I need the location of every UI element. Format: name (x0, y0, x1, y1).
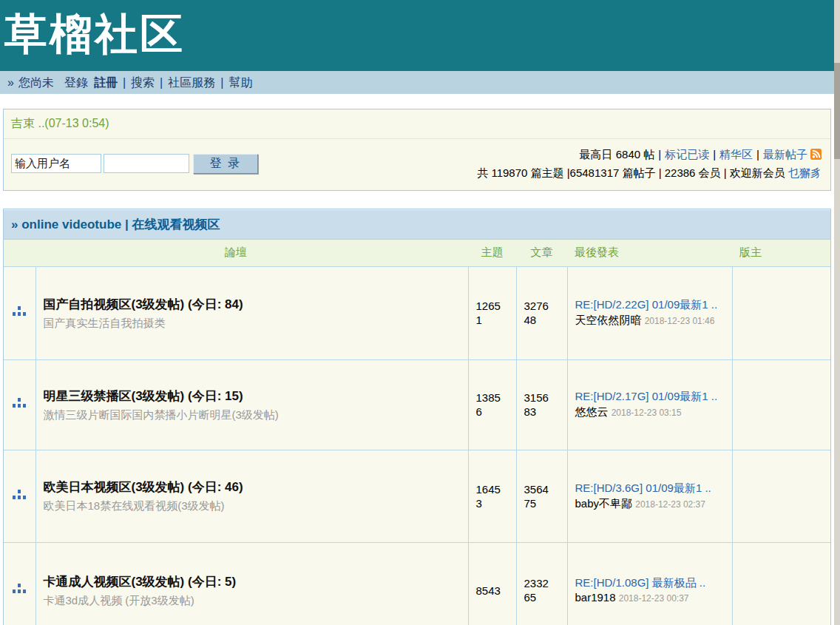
mark-read-link[interactable]: 标记已读 (665, 148, 709, 161)
last-post-cell: RE:[HD/1.08G] 最新极品 .. bar1918 2018-12-23… (567, 542, 732, 625)
greeting-text: 吉束 ..(07-13 0:54) (4, 109, 830, 139)
new-member-link[interactable]: 乜獬豸 (788, 166, 822, 179)
forum-title-link[interactable]: 国产自拍视频区(3级发帖) (今日: 84) (44, 296, 461, 313)
login-button[interactable]: 登 录 (193, 154, 258, 174)
last-post-meta: baby不卑鄙 2018-12-23 02:37 (575, 496, 725, 512)
stats-line2: 共 119870 篇主题 |65481317 篇帖子 | 22386 会员 | … (477, 164, 822, 181)
nav-status-text: 您尚未 (18, 76, 54, 89)
scrollbar-thumb[interactable] (834, 63, 840, 159)
stats-separator: | (713, 148, 716, 161)
column-header-topics: 主題 (468, 240, 516, 266)
nav-login-link[interactable]: 登錄 (64, 76, 88, 89)
stats-separator: | (756, 148, 759, 161)
posts-count-cell: 356475 (516, 450, 567, 542)
last-post-time: 2018-12-23 00:37 (619, 593, 689, 604)
scrollbar-track[interactable] (834, 0, 840, 625)
password-input[interactable] (104, 154, 189, 173)
topics-count: 13856 (476, 391, 504, 419)
topics-count-cell: 12651 (468, 266, 516, 359)
nav-register-link[interactable]: 註冊 (94, 76, 118, 89)
nav-help-link[interactable]: 幫助 (228, 76, 252, 89)
forum-table: 論壇 主題 文章 最後發表 版主 国产自拍视频区(3级发帖) (今日: 84) … (4, 240, 830, 625)
digest-link[interactable]: 精华区 (719, 148, 753, 161)
moderator-cell (732, 450, 830, 542)
last-post-cell: RE:[HD/2.17G] 01/09最新1 .. 悠悠云 2018-12-23… (567, 359, 732, 450)
nav-separator: | (160, 76, 163, 89)
forum-panel: » online videotube | 在线观看视频区 論壇 主題 文章 最後… (3, 209, 831, 625)
forum-status-icon-cell (4, 450, 35, 542)
spacer (0, 191, 834, 209)
moderator-cell (732, 266, 830, 359)
broken-image-icon (18, 306, 21, 310)
broken-image-icon (18, 490, 21, 493)
last-post-link[interactable]: RE:[HD/3.6G] 01/09最新1 .. (575, 481, 725, 496)
username-input[interactable] (11, 154, 101, 173)
last-post-time: 2018-12-23 02:37 (635, 499, 705, 510)
last-post-user: baby不卑鄙 (575, 497, 633, 510)
nav-services-link[interactable]: 社區服務 (168, 76, 215, 89)
last-post-time: 2018-12-23 03:15 (612, 408, 682, 418)
nav-marker: » (7, 76, 14, 89)
last-post-meta: 天空依然阴暗 2018-12-23 01:46 (575, 313, 725, 328)
last-post-user: 天空依然阴暗 (575, 314, 642, 326)
posts-count: 327648 (524, 299, 552, 327)
stats-separator: | (658, 148, 661, 161)
forum-section-title[interactable]: » online videotube | 在线观看视频区 (4, 209, 830, 240)
nav-separator: | (220, 76, 223, 89)
spacer (0, 94, 834, 109)
site-header: 草榴社区 (0, 0, 834, 71)
forum-title-link[interactable]: 欧美日本视频区(3级发帖) (今日: 46) (44, 479, 461, 496)
topics-count: 8543 (476, 584, 504, 598)
posts-count: 315683 (524, 391, 552, 419)
broken-image-icon (18, 398, 21, 402)
topics-count-cell: 13856 (468, 359, 516, 450)
last-post-cell: RE:[HD/2.22G] 01/09最新1 .. 天空依然阴暗 2018-12… (567, 266, 732, 359)
page: 草榴社区 »您尚未登錄註冊|搜索|社區服務|幫助 吉束 ..(07-13 0:5… (0, 0, 834, 625)
top-nav: »您尚未登錄註冊|搜索|社區服務|幫助 (0, 71, 834, 94)
last-post-link[interactable]: RE:[HD/1.08G] 最新极品 .. (575, 575, 725, 591)
broken-image-icon (18, 584, 21, 587)
forum-info-cell: 卡通成人视频区(3级发帖) (今日: 5) 卡通3d成人视频 (开放3级发帖) (35, 542, 468, 625)
forum-row: 明星三级禁播区(3级发帖) (今日: 15) 激情三级片断国际国内禁播小片断明星… (4, 359, 830, 450)
last-post-meta: 悠悠云 2018-12-23 03:15 (575, 405, 725, 420)
moderator-cell (732, 359, 830, 450)
nav-separator: | (123, 76, 126, 89)
forum-stats: 最高日 6840 帖|标记已读|精华区|最新帖子 共 119870 篇主题 |6… (477, 146, 823, 181)
forum-description: 欧美日本18禁在线观看视频(3级发帖) (44, 499, 461, 513)
column-header-last-post: 最後發表 (567, 240, 732, 266)
topics-count-cell: 16453 (468, 450, 516, 542)
posts-count: 356475 (524, 482, 552, 510)
newest-posts-link[interactable]: 最新帖子 (763, 148, 807, 161)
last-post-link[interactable]: RE:[HD/2.17G] 01/09最新1 .. (575, 389, 725, 405)
topics-count: 16453 (476, 482, 504, 510)
last-post-cell: RE:[HD/3.6G] 01/09最新1 .. baby不卑鄙 2018-12… (567, 450, 732, 542)
last-post-link[interactable]: RE:[HD/2.22G] 01/09最新1 .. (575, 297, 725, 313)
last-post-user: bar1918 (575, 591, 616, 604)
forum-info-cell: 国产自拍视频区(3级发帖) (今日: 84) 国产真实生活自我拍摄类 (35, 266, 468, 359)
forum-description: 卡通3d成人视频 (开放3级发帖) (44, 594, 461, 608)
posts-count: 233265 (524, 576, 552, 604)
forum-description: 国产真实生活自我拍摄类 (44, 317, 461, 331)
forum-info-cell: 欧美日本视频区(3级发帖) (今日: 46) 欧美日本18禁在线观看视频(3级发… (35, 450, 468, 542)
site-logo: 草榴社区 (0, 0, 834, 68)
forum-title-link[interactable]: 明星三级禁播区(3级发帖) (今日: 15) (44, 388, 461, 405)
login-form: 登 录 (11, 154, 258, 174)
forum-status-icon-cell (4, 266, 35, 359)
forum-row: 卡通成人视频区(3级发帖) (今日: 5) 卡通3d成人视频 (开放3级发帖) … (4, 542, 830, 625)
rss-icon[interactable] (810, 147, 822, 164)
forum-title-link[interactable]: 卡通成人视频区(3级发帖) (今日: 5) (44, 573, 461, 590)
login-row: 登 录 最高日 6840 帖|标记已读|精华区|最新帖子 共 119870 篇主… (4, 139, 830, 190)
forum-status-icon-cell (4, 359, 35, 450)
nav-search-link[interactable]: 搜索 (131, 76, 155, 89)
last-post-meta: bar1918 2018-12-23 00:37 (575, 590, 725, 606)
forum-description: 激情三级片断国际国内禁播小片断明星(3级发帖) (44, 408, 461, 422)
stats-totals: 共 119870 篇主题 |65481317 篇帖子 | 22386 会员 | … (477, 166, 785, 179)
column-header-posts: 文章 (516, 240, 567, 266)
forum-table-header: 論壇 主題 文章 最後發表 版主 (4, 240, 830, 266)
column-header-moderator: 版主 (732, 240, 830, 266)
posts-count-cell: 327648 (516, 266, 567, 359)
login-panel: 吉束 ..(07-13 0:54) 登 录 最高日 6840 帖|标记已读|精华… (3, 109, 831, 191)
forum-info-cell: 明星三级禁播区(3级发帖) (今日: 15) 激情三级片断国际国内禁播小片断明星… (35, 359, 468, 450)
topics-count: 12651 (476, 299, 504, 327)
forum-status-icon-cell (4, 542, 35, 625)
